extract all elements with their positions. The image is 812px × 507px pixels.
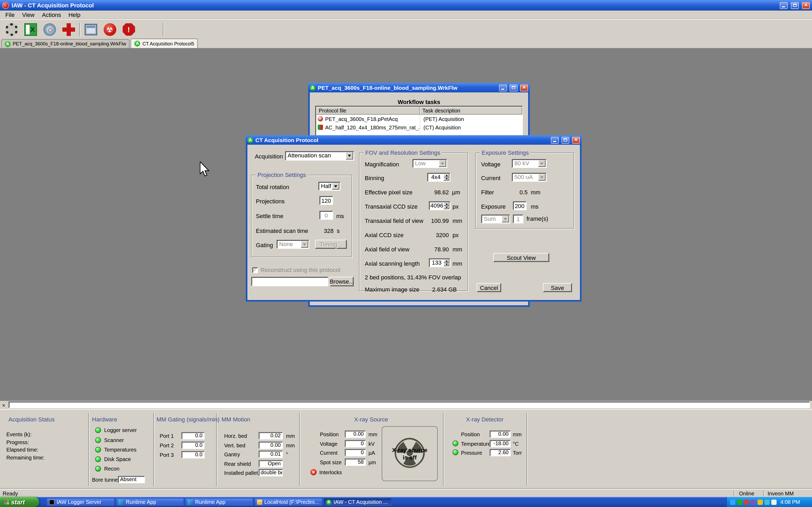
workflow-window-icon	[310, 85, 316, 91]
gantry-unit: °	[286, 452, 288, 458]
chevron-down-icon[interactable]	[332, 183, 339, 189]
table-row[interactable]: AC_half_120_4x4_180ms_275mm_rat_J5... (C…	[316, 123, 522, 131]
menu-view[interactable]: View	[19, 11, 38, 18]
projections-input[interactable]	[319, 196, 333, 205]
protocol-file-cell: PET_acq_3600s_F18.pPetAcq	[325, 116, 419, 122]
exposure-input[interactable]	[513, 201, 526, 210]
column-header-task-description[interactable]: Task description	[420, 107, 522, 115]
spot-size-unit: µm	[368, 459, 376, 466]
rear-shield-value: Open	[258, 460, 283, 467]
dialog-maximize-button[interactable]	[561, 136, 569, 144]
taskbar-item-iaw-ct[interactable]: IAW - CT Acquisition ...	[323, 498, 392, 506]
source-position-unit: mm	[368, 432, 377, 438]
spinner-arrows-icon[interactable]	[444, 174, 449, 181]
tray-icon-status[interactable]	[737, 499, 742, 505]
menu-file[interactable]: File	[2, 11, 18, 18]
tray-icon-app[interactable]	[751, 499, 756, 505]
close-icon[interactable]: ×	[2, 402, 5, 409]
menu-help[interactable]: Help	[65, 11, 84, 18]
task-description-cell: (CT) Acquisition	[419, 124, 461, 130]
folder-icon	[257, 499, 262, 505]
workflow-close-button[interactable]	[520, 84, 528, 91]
acquisition-select[interactable]: Attenuation scan	[285, 151, 354, 161]
tray-icon-display[interactable]	[764, 499, 770, 505]
pressure-led	[453, 449, 458, 455]
axial-scanning-length-value: 133	[430, 259, 443, 266]
acquisition-status-title: Acquisition Status	[8, 416, 55, 423]
estimated-scan-time-value: 328	[320, 228, 334, 234]
workflow-titlebar[interactable]: PET_acq_3600s_F18-online_blood_sampling.…	[308, 83, 530, 93]
settle-time-label: Settle time	[256, 213, 283, 220]
maximize-button[interactable]	[791, 2, 799, 9]
save-button[interactable]: Save	[543, 283, 572, 292]
taskbar-item-runtime-app-2[interactable]: Runtime App	[185, 498, 253, 506]
binning-stepper[interactable]: 4x4	[427, 173, 450, 182]
tray-icon-alert[interactable]	[744, 499, 749, 505]
column-header-protocol-file[interactable]: Protocol file	[316, 107, 420, 115]
status-panel: Acquisition Status Events (k): Progress:…	[0, 409, 812, 489]
taskbar-item-logger-server[interactable]: IAW Logger Server	[47, 498, 115, 506]
projections-label: Projections	[256, 198, 285, 205]
mm-motion-title: MM Motion	[221, 416, 250, 423]
toolbar	[0, 19, 812, 39]
spinner-arrows-icon[interactable]	[444, 259, 449, 266]
radiation-warning-icon[interactable]	[103, 22, 117, 37]
tab-workflow[interactable]: PET_acq_3600s_F18-online_blood_sampling.…	[1, 39, 130, 48]
tabbar: PET_acq_3600s_F18-online_blood_sampling.…	[0, 39, 812, 48]
ct-acquisition-dialog: CT Acquisition Protocol Acquisition Atte…	[246, 135, 581, 301]
logger-server-label: Logger server	[104, 427, 137, 434]
chevron-down-icon[interactable]	[346, 152, 353, 160]
browse-button[interactable]: Browse...	[330, 277, 354, 286]
reconstruct-path-input[interactable]	[251, 277, 328, 286]
disc-icon[interactable]	[42, 22, 57, 37]
workflow-maximize-button[interactable]	[510, 84, 517, 91]
spot-size-value: 58	[345, 458, 366, 466]
stop-alert-icon[interactable]	[121, 22, 136, 37]
chevron-down-icon	[538, 160, 546, 167]
tray-icon-generic[interactable]	[771, 499, 776, 505]
taskbar: start IAW Logger Server Runtime App Runt…	[0, 497, 812, 507]
dialog-titlebar[interactable]: CT Acquisition Protocol	[246, 135, 581, 145]
hardware-title: Hardware	[92, 416, 117, 423]
add-icon[interactable]	[61, 22, 75, 37]
panel-divider	[526, 413, 527, 486]
detector-pressure-value: 2.60	[490, 449, 511, 456]
gantry-icon[interactable]	[4, 22, 18, 37]
workflow-minimize-button[interactable]	[499, 84, 507, 91]
total-rotation-select[interactable]: Half	[318, 182, 341, 191]
start-button[interactable]: start	[0, 497, 39, 507]
interlocks-label: Interlocks	[319, 469, 342, 476]
axial-scanning-length-label: Axial scanning length	[365, 260, 420, 267]
detector-position-value: 0.00	[490, 431, 511, 438]
axial-scanning-length-stepper[interactable]: 133	[429, 258, 450, 267]
exposure-label: Exposure	[481, 203, 506, 210]
transaxial-ccd-size-stepper[interactable]: 4096	[429, 201, 450, 210]
taskbar-item-label: IAW Logger Server	[57, 499, 101, 505]
settle-time-unit: ms	[336, 213, 344, 220]
reconstruct-checkbox	[252, 267, 258, 273]
current-value: 500 uA	[514, 174, 533, 181]
mouse-cursor	[200, 162, 210, 177]
tray-icon-network[interactable]	[730, 499, 735, 505]
tray-icon-volume[interactable]	[758, 499, 763, 505]
menu-actions[interactable]: Actions	[39, 11, 64, 18]
cancel-button[interactable]: Cancel	[477, 283, 501, 292]
port1-label: Port 1	[160, 433, 174, 439]
taskbar-item-runtime-app-1[interactable]: Runtime App	[116, 498, 184, 506]
output-field[interactable]	[8, 401, 810, 408]
taskbar-item-localhost[interactable]: LocalHost (F:\Preclini...	[254, 498, 322, 506]
vert-bed-label: Vert. bed	[224, 443, 245, 449]
protocol-file-cell: AC_half_120_4x4_180ms_275mm_rat_J5...	[325, 124, 419, 130]
scout-view-button[interactable]: Scout View	[493, 253, 549, 262]
tab-ct-protocol[interactable]: CT Acquisition Protocol5	[131, 39, 198, 48]
dialog-minimize-button[interactable]	[551, 136, 559, 144]
monitor-icon[interactable]	[84, 22, 98, 37]
table-row[interactable]: PET_acq_3600s_F18.pPetAcq (PET) Acquisit…	[316, 115, 522, 123]
minimize-button[interactable]	[780, 2, 788, 9]
dialog-close-button[interactable]	[572, 136, 580, 144]
close-button[interactable]	[802, 2, 810, 9]
vert-bed-value: 0.00	[258, 442, 283, 449]
excel-export-icon[interactable]	[23, 22, 38, 37]
dialog-title: CT Acquisition Protocol	[255, 137, 548, 143]
spinner-arrows-icon[interactable]	[444, 202, 449, 209]
